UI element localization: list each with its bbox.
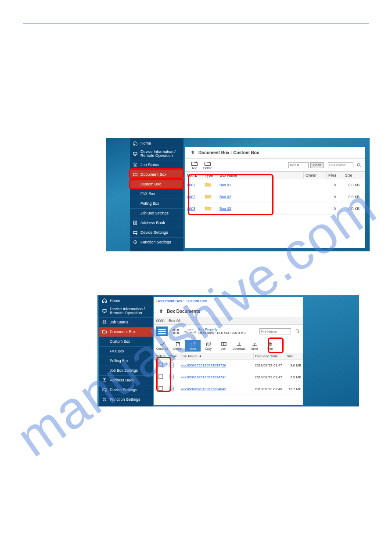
table-row[interactable]: 0002 Box 02 0 0.0 KB <box>185 191 365 203</box>
sidebar-item-function-settings[interactable]: Function Settings <box>130 237 183 247</box>
header-rule <box>23 23 369 24</box>
view-thumbnail-button[interactable] <box>170 326 182 336</box>
box-table: No. ▲ Type Box Name Owner Files Size 000… <box>185 172 365 215</box>
col-no[interactable]: No. ▲ <box>185 172 203 179</box>
print-button[interactable]: Print <box>262 340 277 352</box>
sidebar-sub-polling-box[interactable]: Polling Box <box>99 356 153 366</box>
add-button[interactable]: Add <box>189 160 200 170</box>
col-select[interactable]: Select <box>154 353 168 359</box>
goto-button[interactable]: Go to <box>310 162 324 168</box>
sidebar-item-function-settings[interactable]: Function Settings <box>99 395 153 404</box>
send-button[interactable]: Send <box>247 340 262 352</box>
sidebar-sub-label: Polling Box <box>110 359 129 363</box>
sidebar-item-home[interactable]: Home <box>130 138 183 148</box>
table-row[interactable]: 0001 Box 01 0 0.0 KB <box>185 179 365 191</box>
sidebar-item-device-info[interactable]: Device Information / Remote Operation <box>99 305 153 317</box>
sidebar-item-document-box[interactable]: Document Box <box>130 170 183 179</box>
up-arrow-icon[interactable] <box>190 149 196 156</box>
row-checkbox[interactable] <box>158 363 163 367</box>
sidebar-item-address-book[interactable]: Address Book <box>130 218 183 228</box>
breadcrumb[interactable]: Document Box : Custom Box <box>154 297 303 305</box>
doc-name-link[interactable]: doc00001820180723034741 <box>181 375 226 379</box>
box-number-input[interactable] <box>288 162 309 168</box>
sidebar-item-home[interactable]: Home <box>99 295 153 305</box>
sidebar-item-device-settings[interactable]: Device Settings <box>130 228 183 237</box>
table-row[interactable]: 0003 Box 03 0 0.0 KB <box>185 203 365 215</box>
search-icon[interactable] <box>356 163 362 168</box>
sidebar-sub-job-box-settings[interactable]: Job Box Settings <box>130 208 183 218</box>
sidebar-label: Device Information / Remote Operation <box>110 307 150 316</box>
sidebar-sub-job-box-settings[interactable]: Job Box Settings <box>99 366 153 375</box>
box-number-link[interactable]: 0001 <box>187 183 195 187</box>
sidebar-label: Function Settings <box>140 240 171 244</box>
box-name-search-input[interactable] <box>328 162 353 168</box>
svg-rect-15 <box>158 329 165 330</box>
sidebar-sub-label: Polling Box <box>140 201 159 206</box>
sidebar-sub-custom-box[interactable]: Custom Box <box>99 337 153 346</box>
home-icon <box>102 298 107 303</box>
sidebar-label: Address Book <box>140 221 165 225</box>
svg-rect-1 <box>135 155 136 156</box>
box-name-link[interactable]: Box 01 <box>219 183 231 187</box>
svg-rect-29 <box>268 343 271 345</box>
col-owner[interactable]: Owner <box>304 172 327 179</box>
col-boxname[interactable]: Box Name <box>218 172 304 179</box>
row-checkbox[interactable] <box>158 374 163 379</box>
delete-button[interactable]: Delete <box>170 340 185 352</box>
sidebar-item-job-status[interactable]: Job Status <box>130 160 183 170</box>
col-filename[interactable]: File Name ▲ <box>180 353 254 359</box>
function-icon <box>102 397 107 402</box>
filename-search-input[interactable] <box>259 328 291 334</box>
sidebar-label: Document Box <box>110 330 136 334</box>
custom-box-panel: Document Box : Custom Box Add Delete <box>185 147 365 248</box>
move-button[interactable]: Move <box>185 340 201 352</box>
svg-rect-24 <box>191 343 194 346</box>
col-files[interactable]: Files <box>327 172 343 179</box>
delete-button[interactable]: Delete <box>202 160 213 170</box>
print-icon <box>263 341 277 347</box>
up-arrow-icon[interactable] <box>158 308 164 314</box>
col-size[interactable]: Size <box>343 172 365 179</box>
sidebar-sub-polling-box[interactable]: Polling Box <box>130 199 183 208</box>
svg-point-7 <box>357 163 360 166</box>
row-checkbox[interactable] <box>158 386 163 391</box>
folder-icon <box>133 172 138 177</box>
sidebar-sub-fax-box[interactable]: FAX Box <box>130 189 183 199</box>
copy-button[interactable]: Copy <box>201 340 216 352</box>
col-type[interactable]: Type <box>168 353 180 359</box>
box-name-link[interactable]: Box 03 <box>219 207 231 211</box>
doc-name-link[interactable]: doc00001720180723034726 <box>181 363 226 367</box>
sidebar-sub-label: Job Box Settings <box>140 211 169 215</box>
sidebar-sub-fax-box[interactable]: FAX Box <box>99 346 153 356</box>
screenshot-box-documents: Home Device Information / Remote Operati… <box>97 295 359 406</box>
doc-name-link[interactable]: doc00002020180723034842 <box>181 387 226 391</box>
panel-title: Document Box : Custom Box <box>198 150 259 155</box>
sidebar-label: Device Settings <box>140 230 168 235</box>
sidebar-item-device-settings[interactable]: Device Settings <box>99 385 153 395</box>
panel-header: Document Box : Custom Box <box>185 147 365 159</box>
move-icon <box>186 341 200 347</box>
addressbook-icon <box>102 377 107 383</box>
download-button[interactable]: Download <box>231 340 247 352</box>
delete-folder-icon <box>204 160 211 167</box>
col-size[interactable]: Size <box>285 353 303 359</box>
sidebar-sub-custom-box[interactable]: Custom Box <box>130 179 183 189</box>
join-button[interactable]: Join <box>216 340 231 352</box>
delete-icon <box>170 341 185 347</box>
viewbar: List / Thumbnail Box Property Used Area … <box>154 325 303 338</box>
col-type[interactable]: Type <box>203 172 218 179</box>
box-name-link[interactable]: Box 02 <box>219 195 231 199</box>
add-folder-icon <box>191 160 198 167</box>
box-number-link[interactable]: 0002 <box>187 195 195 199</box>
search-icon[interactable] <box>295 329 300 334</box>
sidebar-item-job-status[interactable]: Job Status <box>99 317 153 327</box>
checkall-button[interactable]: Check All <box>155 340 170 352</box>
col-datetime[interactable]: Date and Time <box>254 353 285 359</box>
box-number-link[interactable]: 0003 <box>187 207 195 211</box>
sidebar-item-document-box[interactable]: Document Box <box>99 327 153 337</box>
screenshot-custom-box-list: Home Device Information / Remote Operati… <box>106 138 370 251</box>
view-list-button[interactable] <box>156 326 168 336</box>
sidebar-item-device-info[interactable]: Device Information / Remote Operation <box>130 148 183 160</box>
sidebar-sub-label: Job Box Settings <box>110 368 138 373</box>
sidebar-item-address-book[interactable]: Address Book <box>99 375 153 385</box>
